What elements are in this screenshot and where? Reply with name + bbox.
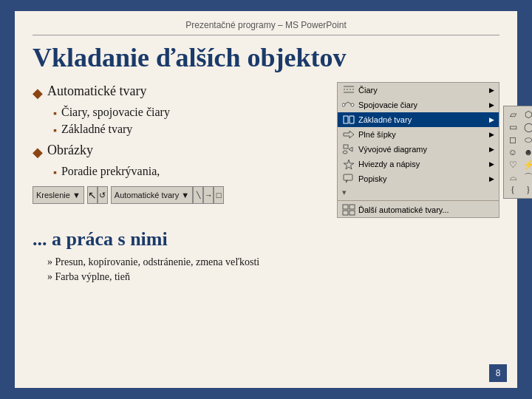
svg-rect-16	[343, 205, 348, 209]
bullets-section: ◆ Automatické tvary ▪ Čiary, spojovacie …	[33, 83, 325, 218]
bullet-marker-1: ◆	[33, 85, 43, 101]
svg-rect-7	[344, 116, 348, 123]
svg-point-5	[342, 103, 345, 106]
bullet-marker-2: ◆	[33, 144, 43, 160]
bullet-obrazky-text: Obrázky	[47, 143, 93, 158]
menu-label-dalsi: Ďalší automatické tvary...	[358, 205, 494, 214]
menu-icon-zakladne	[342, 114, 355, 126]
a-praca-title: ... a práca s nimi	[33, 228, 499, 250]
menu-arrow-sipky: ▶	[489, 131, 494, 138]
toolbar-kreslenie[interactable]: Kreslenie ▼	[33, 186, 84, 204]
svg-marker-8	[349, 116, 354, 123]
obrazky-section: ◆ Obrázky ▪ Poradie prekrývania,	[33, 143, 325, 179]
menu-label-hviezdy: Hviezdy a nápisy	[358, 160, 483, 168]
toolbar-arrow-btn[interactable]: →	[203, 186, 214, 204]
bullet-marker-l2-1: ▪	[53, 108, 57, 120]
bullet-obrazky: ◆ Obrázky	[33, 143, 325, 160]
menu-label-sipky: Plné šípky	[358, 130, 483, 139]
bullet-zakladne: ▪ Základné tvary	[53, 123, 325, 137]
svg-marker-13	[344, 160, 354, 169]
toolbar-automaticke[interactable]: Automatické tvary ▼	[111, 186, 193, 204]
svg-rect-17	[349, 205, 355, 209]
menu-item-vyvojove[interactable]: Vývojové diagramy ▶	[338, 142, 499, 157]
menu-item-hviezdy[interactable]: Hviezdy a nápisy ▶	[338, 157, 499, 171]
shapes-submenu: ▱ ⬡ ⬠ ◇ ▭ ◯ △ ▷ ◻ ⬭ ⬟ ⊓ ☺ ☻ ◎	[503, 106, 532, 199]
sub-bullets: » Presun, kopírovanie, odstránenie, zmen…	[47, 256, 499, 283]
menu-label-ciary: Čiary	[358, 86, 483, 95]
menu-label-spojovaci: Spojovacie čiary	[358, 100, 483, 109]
menu-item-spojovaci[interactable]: Spojovacie čiary ▶	[338, 98, 499, 112]
menu-icon-popisky	[342, 173, 355, 185]
menu-label-zakladne: Základné tvary	[358, 115, 483, 124]
menu-arrow-vyvojove: ▶	[489, 146, 494, 153]
menu-arrow-spojovaci: ▶	[489, 101, 494, 109]
content-area: ◆ Automatické tvary ▪ Čiary, spojovacie …	[33, 83, 499, 218]
menu-label-popisky: Popisky	[358, 174, 483, 183]
svg-marker-9	[344, 131, 354, 138]
menu-icon-ciary	[342, 84, 355, 96]
shape-cell[interactable]: ⬡	[522, 109, 532, 120]
bullet-marker-l2-2: ▪	[53, 125, 57, 137]
bullet-automaticke-text: Automatické tvary	[47, 83, 146, 99]
menu-icon-hviezdy	[342, 158, 355, 170]
bullet-marker-l2-3: ▪	[53, 167, 57, 179]
shape-cell[interactable]: ▱	[506, 109, 519, 120]
bullet-poradie: ▪ Poradie prekrývania,	[53, 165, 325, 179]
drawing-toolbar: Kreslenie ▼ ↖ ↺ Automatické tvary ▼ ╲ → …	[33, 186, 325, 204]
menu-panel: Čiary ▶ Spojovacie čiary ▶ Základné tvar…	[337, 82, 499, 218]
menu-icon-dalsi	[342, 204, 355, 216]
slide-title: Vkladanie ďalších objektov	[33, 43, 499, 73]
sub-bullet-1: » Presun, kopírovanie, odstránenie, zmen…	[47, 256, 499, 268]
menu-label-vyvojove: Vývojové diagramy	[358, 145, 483, 154]
toolbar-cursor-btn[interactable]: ↖	[87, 186, 98, 204]
menu-arrow-popisky: ▶	[489, 175, 494, 183]
svg-rect-18	[343, 211, 348, 215]
shape-cell[interactable]: ◻	[506, 134, 519, 146]
toolbar-rect-btn[interactable]: □	[214, 186, 224, 204]
menu-arrow-hviezdy: ▶	[489, 160, 494, 168]
shape-cell[interactable]: ☺	[506, 146, 519, 158]
svg-rect-10	[344, 145, 348, 149]
svg-marker-11	[349, 147, 352, 151]
shape-cell[interactable]: ⚡	[522, 159, 532, 171]
svg-marker-15	[346, 180, 348, 183]
shape-cell[interactable]: ⌓	[506, 171, 519, 183]
menu-item-dalsi[interactable]: Ďalší automatické tvary...	[338, 202, 499, 217]
menu-item-zakladne[interactable]: Základné tvary ▶	[338, 112, 499, 127]
toolbar-kreslenie-label[interactable]: Kreslenie ▼	[36, 191, 81, 200]
shape-cell[interactable]: ⌒	[522, 171, 532, 183]
svg-point-12	[343, 151, 347, 154]
toolbar-automaticke-label[interactable]: Automatické tvary ▼	[115, 191, 189, 200]
shape-cell[interactable]: {	[506, 184, 519, 196]
toolbar-line-btn[interactable]: ╲	[193, 186, 203, 204]
header-divider	[33, 35, 499, 35]
bullet-zakladne-text: Základné tvary	[61, 123, 132, 136]
shape-cell[interactable]: ☻	[522, 146, 532, 158]
toolbar-rotate-btn[interactable]: ↺	[98, 186, 108, 204]
svg-rect-19	[349, 211, 355, 215]
slide-header: Prezentačné programy – MS PowerPoint	[33, 20, 499, 30]
menu-item-sipky[interactable]: Plné šípky ▶	[338, 127, 499, 142]
menu-container: Čiary ▶ Spojovacie čiary ▶ Základné tvar…	[337, 83, 499, 218]
bullet-poradie-text: Poradie prekrývania,	[61, 165, 160, 178]
shape-cell[interactable]: }	[522, 184, 532, 196]
sub-bullet-2: » Farba výplne, tieň	[47, 271, 499, 283]
menu-icon-spojovaci	[342, 99, 355, 111]
svg-point-6	[351, 103, 354, 106]
menu-icon-vyvojove	[342, 143, 355, 155]
bullet-ciary: ▪ Čiary, spojovacie čiary	[53, 106, 325, 120]
bullet-ciary-text: Čiary, spojovacie čiary	[61, 106, 170, 119]
slide: Prezentačné programy – MS PowerPoint Vkl…	[15, 11, 517, 388]
svg-rect-14	[344, 174, 352, 180]
menu-arrow-ciary: ▶	[489, 86, 494, 94]
shape-cell[interactable]: ◯	[522, 121, 532, 133]
menu-arrow-zakladne: ▶	[489, 116, 494, 123]
menu-item-popisky[interactable]: Popisky ▶	[338, 171, 499, 186]
menu-scroll-indicator: ▾	[338, 186, 499, 199]
menu-icon-sipky	[342, 129, 355, 140]
shape-cell[interactable]: ⬭	[522, 134, 532, 146]
slide-number: 8	[489, 364, 507, 382]
shape-cell[interactable]: ♡	[506, 159, 519, 171]
menu-item-ciary[interactable]: Čiary ▶	[338, 83, 499, 98]
shape-cell[interactable]: ▭	[506, 121, 519, 133]
